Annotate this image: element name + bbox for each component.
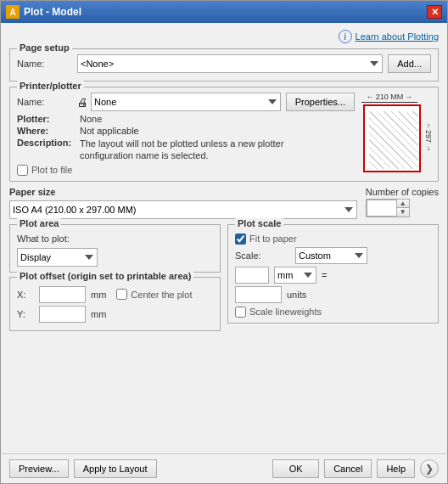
- what-to-plot-row: What to plot:: [17, 234, 213, 244]
- plotter-value: None: [80, 114, 102, 124]
- paper-inner: [369, 111, 418, 169]
- y-input[interactable]: -13.65: [39, 306, 86, 323]
- copies-input[interactable]: 1: [367, 200, 397, 217]
- plot-area-section: Plot area What to plot: Display Plot off…: [9, 224, 221, 331]
- help-button[interactable]: Help: [377, 459, 415, 478]
- paper-preview: ← 210 MM → ↑ 29: [361, 93, 431, 169]
- fit-to-paper-label[interactable]: Fit to paper: [249, 234, 297, 244]
- apply-to-layout-button[interactable]: Apply to Layout: [74, 459, 157, 478]
- plot-to-file-row: Plot to file: [17, 165, 355, 176]
- page-setup-title: Page setup: [17, 42, 72, 53]
- description-row: Description: The layout will not be plot…: [17, 138, 355, 162]
- copies-down-button[interactable]: ▼: [397, 208, 409, 217]
- dim-width: 210 MM: [376, 93, 404, 101]
- cancel-button[interactable]: Cancel: [324, 459, 372, 478]
- x-input[interactable]: 11.55: [39, 286, 86, 303]
- footer-left: Preview... Apply to Layout: [9, 459, 157, 478]
- learn-link[interactable]: Learn about Plotting: [356, 31, 439, 42]
- scale-lineweights-checkbox[interactable]: [235, 307, 246, 318]
- plot-area-group: Plot area What to plot: Display: [9, 224, 221, 273]
- paper-size-label: Paper size: [9, 187, 357, 197]
- scale-units-row: 1.588 units: [235, 286, 431, 303]
- x-label: X:: [17, 290, 34, 300]
- y-label: Y:: [17, 309, 34, 319]
- what-label: What to plot:: [17, 234, 85, 244]
- top-bar: i Learn about Plotting: [9, 30, 439, 43]
- plot-to-file-label[interactable]: Plot to file: [31, 165, 72, 175]
- x-offset-row: X: 11.55 mm Center the plot: [17, 286, 213, 303]
- scale-lineweights-row: Scale lineweights: [235, 307, 431, 318]
- plot-offset-title: Plot offset (origin set to printable are…: [17, 271, 193, 281]
- x-unit: mm: [91, 290, 106, 300]
- info-icon[interactable]: i: [339, 30, 352, 43]
- hatch-pattern: [369, 111, 418, 169]
- copies-spinner: 1 ▲ ▼: [366, 199, 410, 217]
- close-button[interactable]: ✕: [427, 5, 442, 19]
- scale-values-row: 1 mm =: [235, 267, 431, 284]
- printer-icon: 🖨: [77, 96, 88, 109]
- y-unit: mm: [91, 309, 106, 319]
- scale-lineweights-label[interactable]: Scale lineweights: [249, 307, 322, 317]
- page-setup-name-row: Name: <None> Add...: [17, 54, 431, 73]
- paper-size-select[interactable]: ISO A4 (210.00 x 297.00 MM): [9, 200, 357, 219]
- ok-button[interactable]: OK: [272, 459, 319, 478]
- scale-select[interactable]: Custom: [295, 247, 367, 264]
- y-offset-row: Y: -13.65 mm: [17, 306, 213, 323]
- plot-scale-section: Plot scale Fit to paper Scale: Custom 1: [227, 224, 439, 331]
- window-title: Plot - Model: [24, 6, 81, 18]
- page-setup-name-select[interactable]: <None>: [77, 54, 383, 73]
- footer: Preview... Apply to Layout OK Cancel Hel…: [1, 453, 447, 483]
- scale-value1-input[interactable]: 1: [235, 267, 269, 284]
- title-bar: A Plot - Model ✕: [1, 1, 447, 23]
- plot-to-file-checkbox[interactable]: [17, 165, 28, 176]
- main-sections: Plot area What to plot: Display Plot off…: [9, 224, 439, 331]
- center-plot-checkbox[interactable]: [116, 289, 127, 300]
- plot-area-title: Plot area: [17, 218, 61, 228]
- copies-label: Number of copies: [366, 187, 439, 197]
- properties-button[interactable]: Properties...: [286, 93, 355, 111]
- footer-right: OK Cancel Help ❯: [272, 459, 439, 478]
- printer-name-select[interactable]: None: [91, 93, 281, 111]
- printer-plotter-group: Printer/plotter Name: 🖨 None Properties.…: [9, 87, 439, 182]
- units-label: units: [287, 290, 306, 300]
- nav-arrow-button[interactable]: ❯: [420, 459, 439, 478]
- printer-name-row: Name: 🖨 None Properties...: [17, 93, 355, 111]
- main-content: i Learn about Plotting Page setup Name: …: [1, 23, 447, 453]
- center-plot-label[interactable]: Center the plot: [131, 290, 192, 300]
- fit-to-paper-checkbox[interactable]: [235, 234, 246, 245]
- printer-info-area: Name: 🖨 None Properties... Plotter: None: [17, 93, 355, 176]
- printer-name-label: Name:: [17, 97, 72, 107]
- app-icon: A: [6, 5, 20, 19]
- add-button[interactable]: Add...: [388, 54, 431, 73]
- plot-scale-title: Plot scale: [235, 218, 283, 228]
- description-value: The layout will not be plotted unless a …: [80, 138, 300, 162]
- plot-scale-group: Plot scale Fit to paper Scale: Custom 1: [227, 224, 439, 324]
- dim-height: 297: [424, 130, 433, 143]
- equals-sign: =: [322, 270, 327, 280]
- paper-size-row: Paper size ISO A4 (210.00 x 297.00 MM) N…: [9, 187, 439, 219]
- fit-to-paper-row: Fit to paper: [235, 234, 431, 245]
- scale-label: Scale:: [235, 250, 290, 261]
- main-window: A Plot - Model ✕ i Learn about Plotting …: [0, 0, 448, 484]
- page-setup-group: Page setup Name: <None> Add...: [9, 48, 439, 82]
- preview-button[interactable]: Preview...: [9, 459, 69, 478]
- plotter-row: Plotter: None: [17, 114, 355, 124]
- scale-value2-input[interactable]: 1.588: [235, 286, 282, 303]
- where-value: Not applicable: [80, 126, 139, 136]
- where-row: Where: Not applicable: [17, 126, 355, 136]
- copies-up-button[interactable]: ▲: [397, 200, 409, 208]
- plot-offset-group: Plot offset (origin set to printable are…: [9, 277, 221, 331]
- unit-select[interactable]: mm: [274, 267, 316, 284]
- paper-outer: [363, 104, 421, 172]
- scale-row: Scale: Custom: [235, 247, 431, 264]
- page-setup-name-label: Name:: [17, 59, 72, 69]
- printer-plotter-title: Printer/plotter: [17, 81, 84, 91]
- what-to-plot-select[interactable]: Display: [17, 248, 98, 267]
